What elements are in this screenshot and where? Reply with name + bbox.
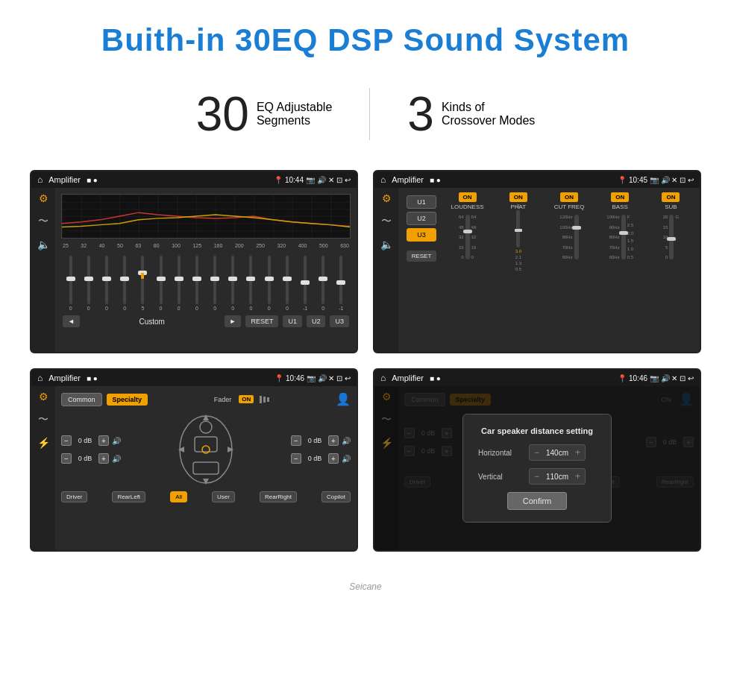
eq-icon-2[interactable]: ⚙: [382, 192, 392, 204]
phat-on-btn[interactable]: ON: [509, 192, 527, 202]
vol-plus-fr[interactable]: +: [328, 435, 339, 446]
cutfreq-slider[interactable]: [574, 215, 579, 259]
bluetooth-icon[interactable]: ⚡: [37, 437, 50, 449]
camera-icon-4: 📷: [650, 374, 659, 382]
user-btn[interactable]: User: [212, 491, 235, 502]
wave-icon[interactable]: 〜: [38, 215, 48, 228]
horizontal-minus-btn[interactable]: −: [534, 447, 539, 458]
vol-control-rr: − 0 dB + 🔊: [291, 453, 351, 464]
vertical-minus-btn[interactable]: −: [534, 471, 539, 482]
play-btn[interactable]: ►: [225, 315, 242, 327]
slider-col[interactable]: 0: [316, 256, 331, 311]
slider-col[interactable]: 0: [207, 256, 223, 311]
back-icon-4[interactable]: ↩: [688, 374, 694, 382]
u1-btn[interactable]: U1: [283, 315, 302, 327]
u1-crossover-btn[interactable]: U1: [407, 195, 436, 209]
window-icon-2[interactable]: ⊡: [680, 176, 685, 184]
slider-col[interactable]: 5: [135, 256, 151, 311]
eq-icon-3[interactable]: ⚙: [39, 391, 48, 403]
close-icon-2[interactable]: ✕: [671, 176, 677, 184]
loudness-on-btn[interactable]: ON: [459, 192, 477, 202]
slider-col[interactable]: 0: [81, 256, 96, 311]
home-icon[interactable]: ⌂: [37, 174, 43, 185]
close-icon-3[interactable]: ✕: [328, 374, 334, 382]
loudness-channel: ON LOUDNESS 644832160 644832160: [443, 192, 492, 347]
screen1-title: Amplifier: [48, 175, 81, 184]
vol-val-fl: 0 dB: [75, 437, 95, 444]
rearleft-btn[interactable]: RearLeft: [112, 491, 145, 502]
reset-btn[interactable]: RESET: [245, 315, 278, 327]
vertical-plus-btn[interactable]: +: [575, 471, 580, 482]
slider-col[interactable]: 0: [279, 256, 295, 311]
common-tab-btn[interactable]: Common: [61, 393, 102, 406]
back-icon-3[interactable]: ↩: [345, 374, 351, 382]
all-btn[interactable]: All: [170, 491, 187, 502]
svg-marker-8: [178, 447, 184, 453]
rearright-btn[interactable]: RearRight: [260, 491, 297, 502]
speaker-icon-2[interactable]: 🔈: [380, 239, 393, 250]
u2-btn[interactable]: U2: [307, 315, 326, 327]
home-icon-2[interactable]: ⌂: [380, 174, 386, 185]
slider-col[interactable]: 0: [63, 256, 78, 311]
svg-point-1: [180, 416, 232, 483]
slider-col[interactable]: 0: [117, 256, 133, 311]
side-icons-3: ⚙ 〜 ⚡: [31, 386, 55, 550]
vol-minus-fr[interactable]: −: [291, 435, 301, 446]
u2-crossover-btn[interactable]: U2: [407, 212, 436, 225]
phat-controls: G 3.0 2.1 1.3 0.5: [515, 215, 521, 259]
back-icon[interactable]: ↩: [345, 176, 351, 184]
loudness-slider-area: 644832160 644832160: [459, 215, 476, 259]
slider-col[interactable]: 0: [171, 256, 186, 311]
slider-col[interactable]: -1: [297, 256, 313, 311]
vol-minus-rl[interactable]: −: [61, 453, 72, 464]
back-icon-2[interactable]: ↩: [688, 176, 694, 184]
car-diagram: [172, 412, 239, 487]
wave-icon-2[interactable]: 〜: [381, 215, 392, 228]
copilot-btn[interactable]: Copilot: [321, 491, 351, 502]
location-icon: 📍: [274, 176, 283, 184]
u3-btn[interactable]: U3: [330, 315, 349, 327]
confirm-button[interactable]: Confirm: [507, 492, 568, 510]
window-icon-3[interactable]: ⊡: [336, 374, 342, 382]
wave-icon-3[interactable]: 〜: [38, 413, 48, 426]
location-icon-2: 📍: [618, 176, 627, 184]
eq-graph: [61, 194, 351, 239]
prev-btn[interactable]: ◄: [63, 315, 80, 327]
reset-crossover-btn[interactable]: RESET: [407, 250, 437, 262]
slider-col[interactable]: 0: [243, 256, 259, 311]
speaker-icon[interactable]: 🔈: [37, 239, 50, 250]
vol-plus-rl[interactable]: +: [98, 453, 109, 464]
window-icon[interactable]: ⊡: [336, 176, 342, 184]
profile-icon[interactable]: 👤: [336, 392, 351, 406]
vol-plus-fl[interactable]: +: [98, 435, 109, 446]
vol-val-rl: 0 dB: [75, 455, 95, 462]
vol-minus-fl[interactable]: −: [61, 435, 72, 446]
bass-slider[interactable]: [621, 215, 626, 259]
close-icon-4[interactable]: ✕: [671, 374, 677, 382]
close-icon[interactable]: ✕: [328, 176, 334, 184]
slider-col[interactable]: 0: [189, 256, 204, 311]
home-icon-3[interactable]: ⌂: [37, 373, 43, 383]
specialty-tab-btn[interactable]: Specialty: [107, 394, 148, 406]
slider-col[interactable]: 0: [153, 256, 169, 311]
screen1-time: 📍 10:44 📷 🔊 ✕ ⊡ ↩: [274, 176, 351, 184]
window-icon-4[interactable]: ⊡: [680, 374, 685, 382]
vol-plus-rr[interactable]: +: [328, 453, 339, 464]
driver-btn[interactable]: Driver: [61, 491, 87, 502]
loudness-slider[interactable]: [465, 215, 470, 259]
slider-col[interactable]: 0: [261, 256, 277, 311]
slider-col[interactable]: -1: [333, 256, 349, 311]
cutfreq-on-btn[interactable]: ON: [560, 192, 578, 202]
sub-slider[interactable]: [669, 215, 674, 259]
volume-icon-2: 🔊: [661, 176, 670, 184]
home-icon-4[interactable]: ⌂: [380, 373, 386, 383]
vol-minus-rr[interactable]: −: [291, 453, 301, 464]
horizontal-plus-btn[interactable]: +: [575, 447, 580, 458]
eq-content: 253240506380 100125160200250320 40050063…: [55, 188, 357, 352]
slider-col[interactable]: 0: [98, 256, 114, 311]
sub-on-btn[interactable]: ON: [662, 192, 680, 202]
bass-on-btn[interactable]: ON: [611, 192, 629, 202]
u3-crossover-btn[interactable]: U3: [407, 228, 436, 242]
slider-col[interactable]: 0: [225, 256, 241, 311]
eq-icon[interactable]: ⚙: [39, 192, 48, 204]
